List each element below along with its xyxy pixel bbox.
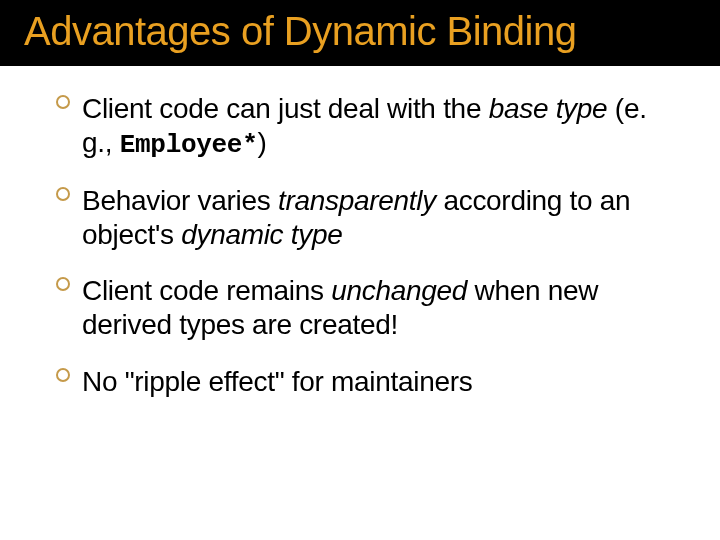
bullet-icon — [56, 187, 70, 201]
title-band: Advantages of Dynamic Binding — [0, 0, 720, 66]
bullet-item: Client code remains unchanged when new d… — [56, 274, 676, 342]
code-text: Employee* — [120, 130, 258, 160]
bullet-icon — [56, 277, 70, 291]
text-run: Behavior varies — [82, 185, 278, 216]
bullet-item: Client code can just deal with the base … — [56, 92, 676, 162]
bullet-icon — [56, 368, 70, 382]
bullet-item: Behavior varies transparently according … — [56, 184, 676, 252]
text-run: Client code can just deal with the — [82, 93, 489, 124]
slide: Advantages of Dynamic Binding Client cod… — [0, 0, 720, 540]
text-run: No "ripple effect" for maintainers — [82, 366, 472, 397]
text-run: Client code remains — [82, 275, 331, 306]
slide-body: Client code can just deal with the base … — [0, 66, 720, 399]
slide-title: Advantages of Dynamic Binding — [24, 10, 696, 52]
text-run: ) — [257, 127, 266, 158]
italic-text: unchanged — [331, 275, 467, 306]
bullet-item: No "ripple effect" for maintainers — [56, 365, 676, 399]
italic-text: base type — [489, 93, 608, 124]
bullet-icon — [56, 95, 70, 109]
italic-text: dynamic type — [181, 219, 342, 250]
italic-text: transparently — [278, 185, 436, 216]
